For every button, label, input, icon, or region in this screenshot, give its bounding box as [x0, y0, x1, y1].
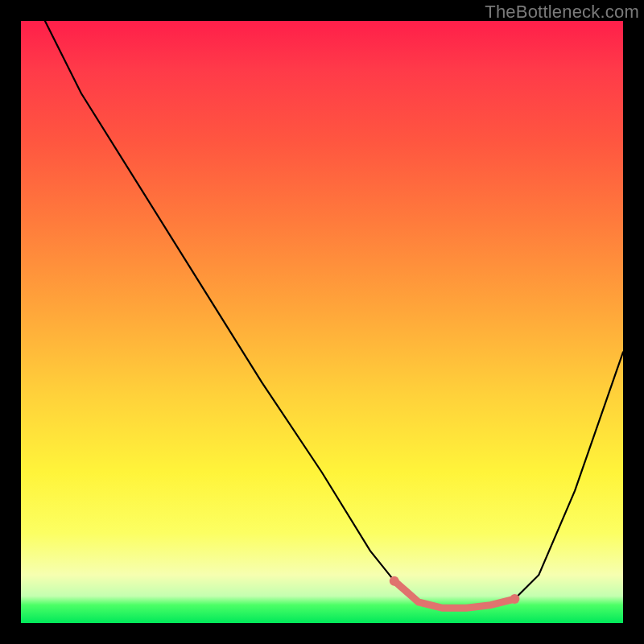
bottleneck-curve — [45, 21, 623, 608]
flat-minimum-highlight — [394, 581, 515, 609]
plot-area — [21, 21, 623, 623]
highlight-start-dot — [390, 576, 399, 586]
curve-layer — [21, 21, 623, 623]
chart-frame: TheBottleneck.com — [0, 0, 644, 644]
highlight-end-dot — [510, 594, 519, 604]
watermark-text: TheBottleneck.com — [485, 2, 639, 23]
